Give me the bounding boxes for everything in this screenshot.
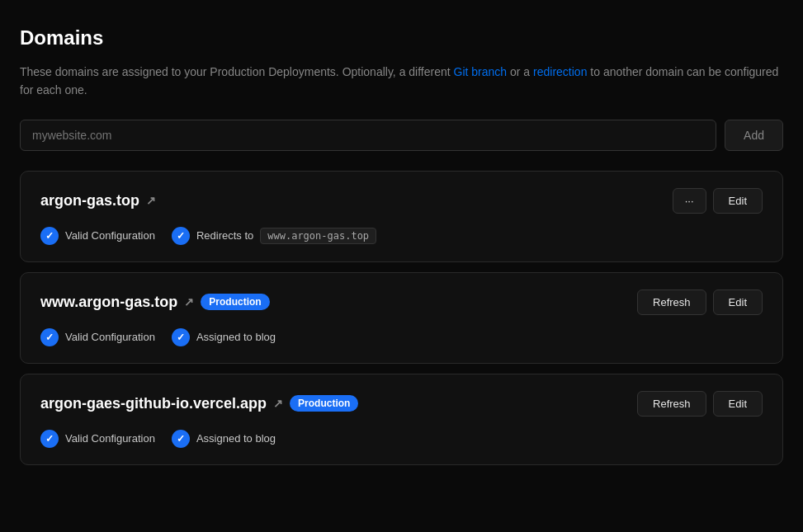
add-button[interactable]: Add bbox=[725, 120, 783, 151]
page-description: These domains are assigned to your Produ… bbox=[20, 63, 783, 100]
edit-button-3[interactable]: Edit bbox=[713, 391, 763, 417]
external-link-icon-1[interactable]: ↗ bbox=[146, 194, 156, 207]
refresh-button-3[interactable]: Refresh bbox=[637, 391, 706, 417]
card-status-1: Valid Configuration Redirects to www.arg… bbox=[40, 227, 763, 245]
status-valid-3: Valid Configuration bbox=[40, 430, 155, 448]
external-link-icon-3[interactable]: ↗ bbox=[273, 397, 283, 410]
edit-button-2[interactable]: Edit bbox=[713, 290, 763, 315]
git-branch-link[interactable]: Git branch bbox=[454, 65, 508, 78]
production-badge-2: Production bbox=[201, 294, 269, 310]
domain-card-1: argon-gas.top ↗ ··· Edit Valid Configura… bbox=[20, 171, 783, 262]
card-status-2: Valid Configuration Assigned to blog bbox=[40, 328, 763, 346]
check-icon-3 bbox=[40, 430, 59, 448]
check-icon-1 bbox=[40, 227, 59, 245]
page-title: Domains bbox=[20, 26, 783, 49]
domain-card-3: argon-gaes-github-io.vercel.app ↗ Produc… bbox=[20, 374, 783, 465]
redirection-link[interactable]: redirection bbox=[533, 65, 587, 78]
external-link-icon-2[interactable]: ↗ bbox=[184, 295, 194, 308]
card-header-1: argon-gas.top ↗ ··· Edit bbox=[40, 188, 763, 214]
card-header-2: www.argon-gas.top ↗ Production Refresh E… bbox=[40, 290, 763, 315]
check-icon-2 bbox=[40, 328, 59, 346]
domain-card-2: www.argon-gas.top ↗ Production Refresh E… bbox=[20, 272, 783, 364]
card-status-3: Valid Configuration Assigned to blog bbox=[40, 430, 763, 448]
domain-name-2: www.argon-gas.top ↗ Production bbox=[40, 294, 270, 311]
status-assigned-3: Assigned to blog bbox=[172, 430, 276, 448]
check-icon-redirect-1 bbox=[172, 227, 190, 245]
add-domain-row: Add bbox=[20, 120, 783, 151]
check-icon-assigned-3 bbox=[172, 430, 190, 448]
more-button-1[interactable]: ··· bbox=[673, 188, 706, 214]
redirect-code-1: www.argon-gas.top bbox=[260, 228, 376, 244]
status-redirects-1: Redirects to www.argon-gas.top bbox=[172, 227, 376, 245]
check-icon-assigned-2 bbox=[172, 328, 190, 346]
edit-button-1[interactable]: Edit bbox=[713, 188, 763, 214]
card-header-3: argon-gaes-github-io.vercel.app ↗ Produc… bbox=[40, 391, 763, 417]
domain-input[interactable] bbox=[20, 120, 716, 151]
card-actions-2: Refresh Edit bbox=[637, 290, 763, 315]
card-actions-1: ··· Edit bbox=[673, 188, 763, 214]
status-assigned-2: Assigned to blog bbox=[172, 328, 276, 346]
card-actions-3: Refresh Edit bbox=[637, 391, 763, 417]
domain-name-3: argon-gaes-github-io.vercel.app ↗ Produc… bbox=[40, 395, 358, 412]
production-badge-3: Production bbox=[290, 395, 358, 412]
status-valid-2: Valid Configuration bbox=[40, 328, 155, 346]
refresh-button-2[interactable]: Refresh bbox=[637, 290, 706, 315]
status-valid-1: Valid Configuration bbox=[40, 227, 155, 245]
domain-name-1: argon-gas.top ↗ bbox=[40, 192, 156, 210]
